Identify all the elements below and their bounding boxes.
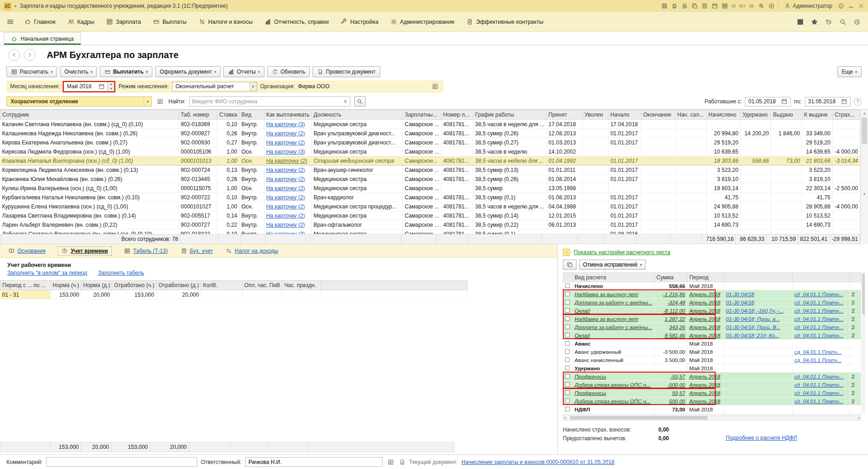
section-tab-2[interactable]: Табель (Т-13)	[124, 248, 168, 254]
calculation-type-cell[interactable]: Аванс удержанный	[572, 348, 654, 356]
details-link[interactable]: 01-30 04/18; -160,7ч; -...	[726, 308, 784, 314]
details-cell[interactable]	[724, 356, 793, 364]
details-cell[interactable]	[724, 373, 793, 381]
employee-cell[interactable]: Старшая медицинская сестра	[312, 156, 403, 165]
employee-cell[interactable]: 01.01.2017	[608, 202, 641, 211]
scroll-down-icon[interactable]: ▼	[861, 144, 868, 244]
employee-cell[interactable]: Курушкина Елена Николаевна (осн.) (сд_0)…	[0, 202, 179, 211]
payslip-checkbox-cell[interactable]	[563, 389, 573, 397]
period-cell[interactable]: Май 2018	[687, 356, 724, 364]
document-link[interactable]: сд_04.01.1 Платн...	[794, 325, 843, 330]
zoom-out-text-button[interactable]: M-	[749, 4, 755, 9]
row-checkbox[interactable]	[565, 407, 570, 411]
toolbar-button-2[interactable]: Выплатить▾	[100, 66, 152, 77]
close-window-button[interactable]	[858, 3, 864, 9]
employee-row[interactable]: Калачян Светлана Николаевна (вн. совм.) …	[0, 120, 860, 129]
payslip-row[interactable]: Профвзносы93,57Апрель 2018сд_04.01.1 Пла…	[563, 389, 861, 397]
employee-cell[interactable]: Осн.	[239, 147, 264, 156]
section-tab-0[interactable]: Основания	[8, 248, 45, 254]
calculation-type-cell[interactable]: НДФЛ	[572, 405, 654, 414]
menu-item-8[interactable]: Эффективные контракты	[460, 12, 549, 32]
employee-cell[interactable]: Внутр.	[239, 229, 264, 234]
payslip-row[interactable]: Добров.страх.взносы ОПС н...-500,00Апрел…	[563, 381, 861, 389]
payslip-row[interactable]: Оклад8 581,46Апрель 201801-30 04/18; 21д…	[563, 331, 861, 340]
employee-cell[interactable]	[582, 211, 608, 220]
employee-cell[interactable]	[582, 229, 608, 234]
employee-cell[interactable]	[441, 147, 473, 156]
payslip-horizontal-scrollbar[interactable]: ◂ ▸	[563, 415, 861, 421]
payslip-checkbox-cell[interactable]	[563, 373, 573, 381]
employee-cell[interactable]	[740, 193, 771, 202]
details-link[interactable]: 01-30 04/18; Проц. в...	[726, 316, 780, 322]
extra-cell[interactable]: 2	[850, 298, 861, 307]
employee-cell[interactable]	[740, 211, 771, 220]
employee-cell[interactable]: Кранзеева Юлия Михайловна (вн. совм.) (0…	[0, 175, 179, 184]
fill-sheet-link[interactable]: Заполнить табель	[98, 270, 144, 276]
calculation-type-cell[interactable]: Надбавка за выслугу лет	[572, 290, 654, 298]
employee-cell[interactable]: Осн.	[239, 184, 264, 193]
document-link[interactable]: сд_04.01.1 Платн...	[794, 357, 841, 363]
employee-cell[interactable]: Самарское ...	[403, 184, 441, 193]
document-link[interactable]: сд_04.01.1 Платн...	[794, 333, 843, 338]
employee-cell[interactable]: 0,10	[217, 193, 239, 202]
employee-cell[interactable]	[641, 175, 675, 184]
employee-cell[interactable]: 4081781...	[441, 220, 473, 229]
details-cell[interactable]	[724, 389, 793, 397]
details-link[interactable]: 01-30 04/18; 21д; Ко...	[726, 333, 779, 338]
employee-cell[interactable]: 902-013445	[179, 175, 217, 184]
extra-cell[interactable]: 2	[850, 307, 861, 315]
employee-cell[interactable]: 0,13	[217, 165, 239, 175]
employee-cell[interactable]	[641, 129, 675, 138]
employee-cell[interactable]: На карточку (2)	[264, 129, 312, 138]
calculation-type-cell[interactable]: Аванс	[572, 340, 654, 348]
employee-cell[interactable]: 0000115075	[179, 184, 217, 193]
extra-cell[interactable]: 2	[850, 389, 861, 397]
employee-cell[interactable]	[771, 165, 802, 175]
document-cell[interactable]: сд_04.01.1 Платн...	[793, 315, 850, 323]
employee-cell[interactable]	[441, 184, 473, 193]
calendar-icon[interactable]	[841, 98, 847, 105]
sum-cell[interactable]: 93,57	[654, 389, 687, 397]
employee-cell[interactable]: 06.01.2013	[546, 220, 582, 229]
employee-cell[interactable]: На карточку (2)	[264, 165, 312, 175]
employee-cell[interactable]: Калашникова Надежда Николаевна (вн. совм…	[0, 129, 179, 138]
worked-from-input[interactable]: 01.05.2018	[745, 97, 791, 107]
employee-cell[interactable]	[675, 229, 706, 234]
employee-cell[interactable]	[582, 220, 608, 229]
payslip-row[interactable]: Оклад-8 112,00Апрель 201801-30 04/18; -1…	[563, 307, 861, 315]
employee-cell[interactable]: 01.01.2017	[608, 138, 641, 147]
timesheet-cell[interactable]: 153,000	[112, 290, 156, 299]
employee-cell[interactable]: 0,10	[217, 229, 239, 234]
copy-icon[interactable]	[691, 3, 698, 9]
toolbar-button-6[interactable]: Провести документ	[313, 66, 380, 77]
employee-cell[interactable]: 14 690,73	[802, 220, 833, 229]
employee-cell[interactable]: На карточку (3)	[264, 120, 312, 129]
timesheet-cell[interactable]	[201, 290, 242, 299]
payment-method-link[interactable]: На карточку (2)	[266, 176, 305, 182]
employee-row[interactable]: Ларин Альберт Валериевич (вн. совм.) (0,…	[0, 220, 860, 229]
employee-cell[interactable]: 1,00	[217, 156, 239, 165]
nav-forward-button[interactable]	[24, 49, 36, 61]
row-checkbox[interactable]	[565, 283, 570, 288]
employee-cell[interactable]: Самарское ...	[403, 220, 441, 229]
employee-cell[interactable]: 21 803,66	[802, 156, 833, 165]
employee-cell[interactable]: Кирова Екатерина Анатольевна (вн. совм.)…	[0, 138, 179, 147]
employee-cell[interactable]: Внутр.	[239, 165, 264, 175]
employee-cell[interactable]	[740, 165, 771, 175]
employee-cell[interactable]: 28 905,88	[802, 202, 833, 211]
period-cell[interactable]: Апрель 2018	[687, 381, 724, 389]
employee-cell[interactable]: Ковалева Наталья Викторовна (осн.) (сд_0…	[0, 156, 179, 165]
employee-cell[interactable]	[832, 193, 860, 202]
employee-cell[interactable]	[771, 229, 802, 234]
menu-item-5[interactable]: Отчетность, справки	[259, 12, 335, 32]
employee-cell[interactable]: Медицинская сестра	[312, 184, 403, 193]
payslip-checkbox-cell[interactable]	[563, 381, 573, 389]
print-icon[interactable]	[671, 3, 678, 9]
employee-cell[interactable]	[832, 165, 860, 175]
clock-icon[interactable]	[853, 18, 861, 26]
employee-cell[interactable]: Внутр.	[239, 175, 264, 184]
details-cell[interactable]: 01-30 04/18; 21д; Ко...	[724, 331, 793, 340]
employee-cell[interactable]: Внутр.	[239, 138, 264, 147]
mode-combo[interactable]: Окончательный расчет ▼	[172, 82, 257, 91]
employee-cell[interactable]	[802, 229, 833, 234]
